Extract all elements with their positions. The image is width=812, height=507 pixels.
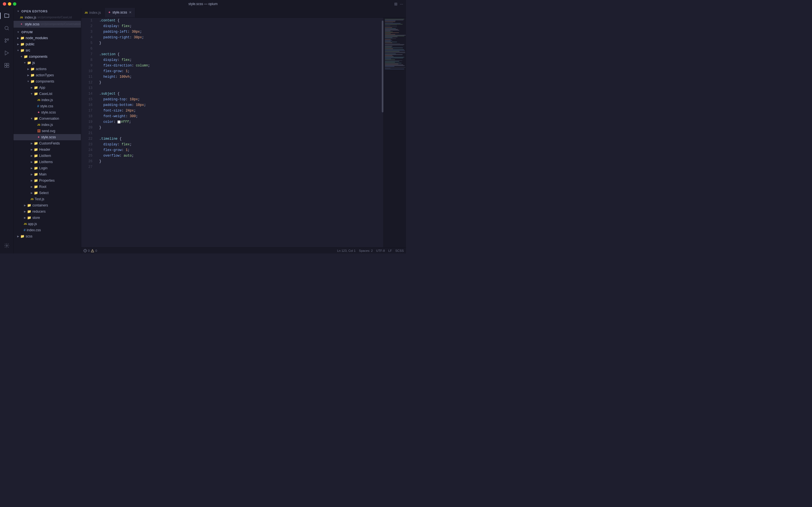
status-encoding[interactable]: UTF-8: [376, 249, 385, 252]
tree-node-modules[interactable]: ▶ 📁 node_modules: [13, 35, 81, 41]
tab-close-button[interactable]: ✕: [129, 11, 132, 14]
status-left: 0 0: [84, 249, 97, 252]
token: 300: [130, 114, 136, 119]
tree-js[interactable]: ▼ 📁 js: [13, 60, 81, 66]
more-actions-icon[interactable]: ···: [400, 2, 403, 6]
tree-conversation[interactable]: ▼ 📁 Conversation: [13, 115, 81, 122]
token: ;: [128, 68, 130, 74]
token: :: [126, 114, 130, 119]
code-line: }: [99, 125, 377, 130]
token: :: [132, 63, 136, 68]
tree-public[interactable]: ▶ 📁 public: [13, 41, 81, 47]
css-file-icon: #: [37, 103, 39, 109]
folder-name: Login: [39, 165, 47, 171]
css-file-icon: #: [24, 227, 26, 233]
token: overflow: [99, 153, 119, 159]
code-line: overflow: auto;: [99, 153, 377, 159]
maximize-button[interactable]: [13, 2, 16, 6]
split-editor-icon[interactable]: ⊞: [394, 2, 398, 6]
code-line: .content {: [99, 18, 377, 23]
tree-caselist[interactable]: ▼ 📁 CaseList: [13, 91, 81, 97]
code-line: display: flex;: [99, 23, 377, 29]
tab-index-js[interactable]: JS index.js: [81, 8, 105, 17]
folder-icon: 📁: [34, 184, 38, 189]
folder-icon: 📁: [24, 54, 28, 59]
token: :: [117, 57, 121, 63]
tree-root[interactable]: ▶ 📁 Root: [13, 184, 81, 190]
activity-search[interactable]: [1, 22, 12, 34]
close-button[interactable]: [3, 2, 6, 6]
token: flex-grow: [99, 68, 121, 74]
open-editor-style-scss[interactable]: ✦ style.scss src/js/components/Conversat…: [13, 21, 81, 27]
tree-test-js[interactable]: ▶ JS Test.js: [13, 196, 81, 202]
tree-app[interactable]: ▶ 📁 App: [13, 84, 81, 91]
code-editor[interactable]: .content { display: flex; padding-left: …: [95, 18, 381, 247]
tree-caselist-style-css[interactable]: ▶ # style.css: [13, 103, 81, 109]
status-language[interactable]: SCSS: [395, 249, 404, 252]
opium-section-header[interactable]: ▼ OPIUM: [13, 29, 81, 35]
tree-caselist-index[interactable]: ▶ JS index.js: [13, 97, 81, 103]
chevron-icon: ▼: [29, 92, 34, 96]
activity-git[interactable]: [1, 35, 12, 46]
code-line: padding-right: 30px;: [99, 35, 377, 40]
code-line: .section {: [99, 52, 377, 57]
tab-style-scss[interactable]: ✦ style.scss ✕: [105, 8, 135, 17]
tree-header[interactable]: ▶ 📁 Header: [13, 147, 81, 153]
chevron-icon: ▶: [22, 209, 27, 214]
activity-settings[interactable]: [1, 240, 12, 251]
tree-app-js[interactable]: ▶ JS app.js: [13, 221, 81, 227]
tree-properties[interactable]: ▶ 📁 Properties: [13, 177, 81, 184]
tree-reducers[interactable]: ▶ 📁 reducers: [13, 209, 81, 215]
editor-scrollbar[interactable]: [381, 18, 384, 247]
open-editors-section: ▼ OPEN EDITORS JS index.js src/js/compon…: [13, 8, 81, 27]
tree-store[interactable]: ▶ 📁 store: [13, 215, 81, 221]
open-editors-chevron: ▼: [17, 10, 20, 13]
file-name: index.js: [42, 97, 53, 103]
open-editors-header[interactable]: ▼ OPEN EDITORS: [13, 8, 81, 14]
tree-actiontypes[interactable]: ▶ 📁 actionTypes: [13, 72, 81, 78]
token: {: [116, 52, 119, 57]
status-position[interactable]: Ln 123, Col 1: [337, 249, 356, 252]
token: flex-direction: [99, 63, 132, 68]
js-icon: JS: [19, 15, 24, 20]
tree-login[interactable]: ▶ 📁 Login: [13, 165, 81, 171]
activity-extensions[interactable]: [1, 60, 12, 71]
token: padding-right: [99, 35, 130, 40]
tree-conversation-send-svg[interactable]: ▶ 🖼 send.svg: [13, 128, 81, 134]
chevron-icon: ▼: [26, 79, 31, 83]
tree-scss[interactable]: ▶ 📁 scss: [13, 233, 81, 239]
tree-listitem[interactable]: ▶ 📁 ListItem: [13, 153, 81, 159]
tree-actions[interactable]: ▶ 📁 actions: [13, 66, 81, 72]
token: }: [99, 80, 101, 86]
folder-icon: 📁: [20, 35, 24, 41]
tree-index-css[interactable]: ▶ # index.css: [13, 227, 81, 233]
minimize-button[interactable]: [8, 2, 11, 6]
status-spaces[interactable]: Spaces: 2: [359, 249, 373, 252]
status-errors[interactable]: 0 0: [84, 249, 97, 252]
tree-listitems[interactable]: ▶ 📁 ListItems: [13, 159, 81, 165]
js-file-icon: JS: [37, 97, 40, 103]
activity-explorer[interactable]: [1, 10, 12, 21]
tree-caselist-style-scss[interactable]: ▶ ✦ style.scss: [13, 109, 81, 115]
file-name: index.css: [27, 227, 41, 233]
token: :: [126, 97, 130, 102]
open-editor-index-js[interactable]: JS index.js src/js/components/CaseList: [13, 14, 81, 21]
tree-containers[interactable]: ▶ 📁 containers: [13, 202, 81, 209]
token: 30px: [134, 35, 142, 40]
token: :: [132, 102, 136, 108]
tree-components[interactable]: ▼ 📁 components: [13, 54, 81, 60]
minimap-content: [384, 18, 406, 71]
tree-select[interactable]: ▶ 📁 Select: [13, 190, 81, 196]
tree-conversation-style-scss[interactable]: ▶ ✦ style.scss: [13, 134, 81, 140]
status-line-ending[interactable]: LF: [388, 249, 392, 252]
activity-debug[interactable]: [1, 47, 12, 59]
file-name: app.js: [28, 221, 37, 227]
tree-components-inner[interactable]: ▼ 📁 components: [13, 78, 81, 84]
token: 10px: [136, 102, 144, 108]
tree-main[interactable]: ▶ 📁 Main: [13, 171, 81, 177]
tree-src[interactable]: ▼ 📁 src: [13, 47, 81, 54]
code-line: .timeline {: [99, 136, 377, 142]
svg-point-1: [5, 39, 6, 40]
tree-customfields[interactable]: ▶ 📁 CustomFields: [13, 140, 81, 147]
tree-conversation-index[interactable]: ▶ JS index.js: [13, 122, 81, 128]
